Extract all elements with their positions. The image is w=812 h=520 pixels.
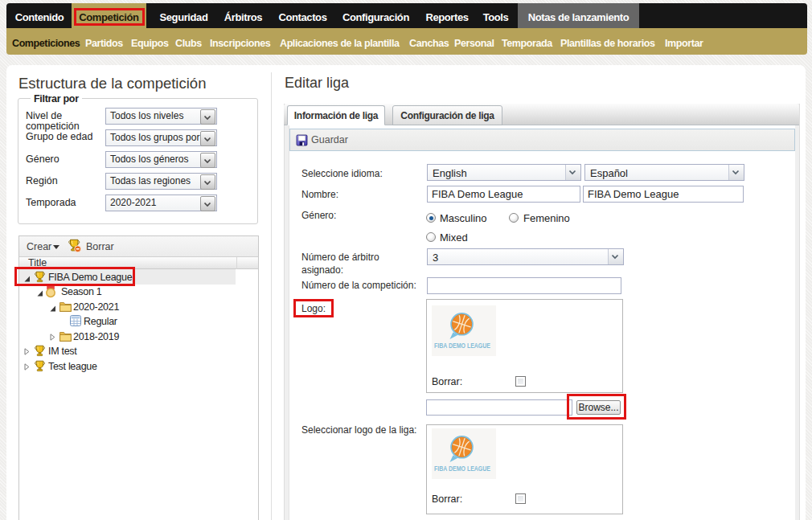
svg-text:FIBA DEMO LEAGUE: FIBA DEMO LEAGUE (434, 464, 490, 473)
svg-text:FIBA DEMO LEAGUE: FIBA DEMO LEAGUE (434, 341, 490, 350)
